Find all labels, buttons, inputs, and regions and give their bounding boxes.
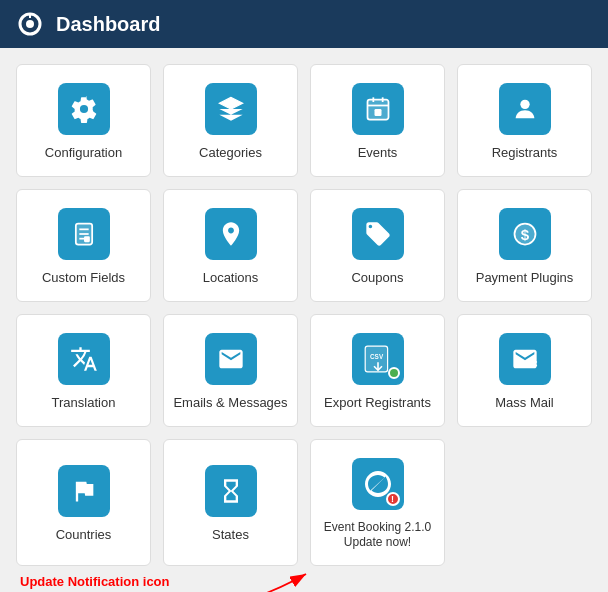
card-payment-plugins[interactable]: $ Payment Plugins xyxy=(457,189,592,302)
dollar-icon: $ xyxy=(511,220,539,248)
translation-label: Translation xyxy=(52,395,116,412)
svg-text:$: $ xyxy=(520,226,529,243)
layers-icon xyxy=(217,95,245,123)
card-emails-messages[interactable]: Emails & Messages xyxy=(163,314,298,427)
mass-mail-icon xyxy=(511,345,539,373)
card-categories[interactable]: Categories xyxy=(163,64,298,177)
countries-icon-bg xyxy=(58,465,110,517)
payment-plugins-icon-bg: $ xyxy=(499,208,551,260)
card-event-booking-update[interactable]: ! Event Booking 2.1.0Update now! xyxy=(310,439,445,566)
mass-mail-icon-bg xyxy=(499,333,551,385)
page-title: Dashboard xyxy=(56,13,160,36)
update-notification-text: Update Notification icon xyxy=(20,574,170,589)
categories-label: Categories xyxy=(199,145,262,162)
svg-point-8 xyxy=(520,100,529,109)
registrants-label: Registrants xyxy=(492,145,558,162)
configuration-icon-bg xyxy=(58,83,110,135)
document-icon xyxy=(70,220,98,248)
payment-plugins-label: Payment Plugins xyxy=(476,270,574,287)
hourglass-icon xyxy=(217,477,245,505)
dashboard-icon xyxy=(16,10,44,38)
main-content: Configuration Categories xyxy=(0,48,608,592)
export-registrants-label: Export Registrants xyxy=(324,395,431,412)
coupons-label: Coupons xyxy=(351,270,403,287)
calendar-icon xyxy=(364,95,392,123)
location-icon xyxy=(217,220,245,248)
custom-fields-label: Custom Fields xyxy=(42,270,125,287)
card-registrants[interactable]: Registrants xyxy=(457,64,592,177)
card-translation[interactable]: Translation xyxy=(16,314,151,427)
header: Dashboard xyxy=(0,0,608,48)
states-icon-bg xyxy=(205,465,257,517)
card-export-registrants[interactable]: CSV Export Registrants xyxy=(310,314,445,427)
locations-label: Locations xyxy=(203,270,259,287)
events-icon-bg xyxy=(352,83,404,135)
card-custom-fields[interactable]: Custom Fields xyxy=(16,189,151,302)
card-states[interactable]: States xyxy=(163,439,298,566)
coupons-icon-bg xyxy=(352,208,404,260)
translation-icon-bg xyxy=(58,333,110,385)
export-registrants-icon-bg: CSV xyxy=(352,333,404,385)
states-label: States xyxy=(212,527,249,544)
svg-rect-13 xyxy=(84,236,90,242)
emails-icon-bg xyxy=(205,333,257,385)
locations-icon-bg xyxy=(205,208,257,260)
categories-icon-bg xyxy=(205,83,257,135)
configuration-label: Configuration xyxy=(45,145,122,162)
update-notification-annotation: Update Notification icon xyxy=(16,574,592,589)
svg-text:CSV: CSV xyxy=(370,353,384,360)
gear-icon xyxy=(70,95,98,123)
person-icon xyxy=(511,95,539,123)
events-label: Events xyxy=(358,145,398,162)
custom-fields-icon-bg xyxy=(58,208,110,260)
mass-mail-label: Mass Mail xyxy=(495,395,554,412)
card-events[interactable]: Events xyxy=(310,64,445,177)
event-booking-icon-bg: ! xyxy=(352,458,404,510)
dashboard-grid: Configuration Categories xyxy=(16,64,592,566)
tag-icon xyxy=(364,220,392,248)
card-configuration[interactable]: Configuration xyxy=(16,64,151,177)
update-badge: ! xyxy=(386,492,400,506)
emails-messages-label: Emails & Messages xyxy=(173,395,287,412)
card-countries[interactable]: Countries xyxy=(16,439,151,566)
registrants-icon-bg xyxy=(499,83,551,135)
annotation-arrow xyxy=(156,564,336,592)
card-coupons[interactable]: Coupons xyxy=(310,189,445,302)
email-icon xyxy=(217,345,245,373)
flag-icon xyxy=(70,477,98,505)
svg-rect-7 xyxy=(374,109,381,116)
translate-icon xyxy=(70,345,98,373)
export-badge xyxy=(388,367,400,379)
card-locations[interactable]: Locations xyxy=(163,189,298,302)
card-mass-mail[interactable]: Mass Mail xyxy=(457,314,592,427)
event-booking-update-label: Event Booking 2.1.0Update now! xyxy=(324,520,431,551)
svg-point-1 xyxy=(26,20,34,28)
countries-label: Countries xyxy=(56,527,112,544)
